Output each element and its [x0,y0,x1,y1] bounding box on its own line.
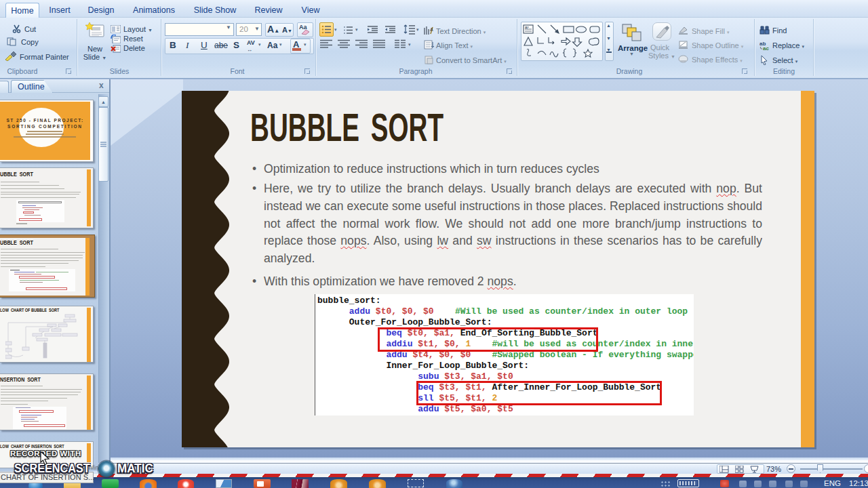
svg-text:A: A [525,26,528,30]
svg-text:A: A [430,27,433,32]
svg-text:ac: ac [763,45,769,50]
